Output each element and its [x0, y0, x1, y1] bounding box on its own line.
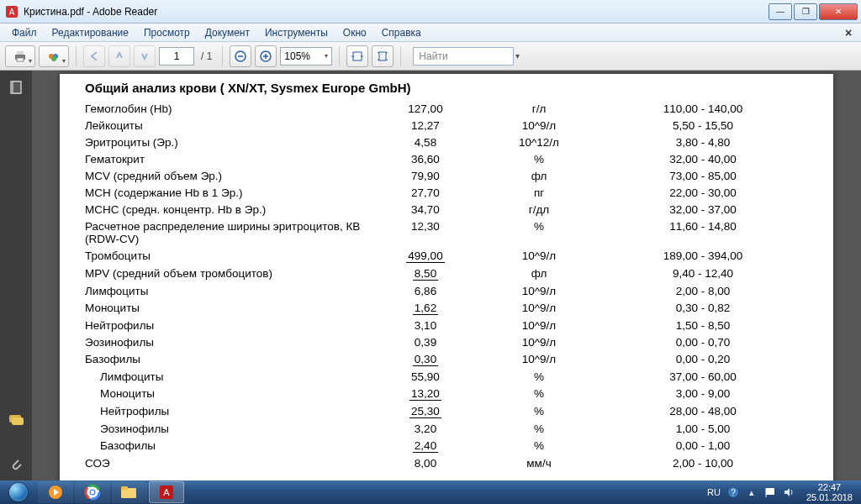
- param-name: Лейкоциты: [85, 117, 371, 134]
- flag-tray-icon[interactable]: [764, 486, 776, 498]
- param-value: 34,70: [371, 201, 480, 218]
- fit-width-button[interactable]: [346, 45, 368, 67]
- param-name: Базофилы: [85, 437, 371, 454]
- param-value: 127,00: [371, 100, 480, 117]
- result-row: Базофилы2,40%0,00 - 1,00: [85, 437, 808, 454]
- clock-date: 25.01.2018: [806, 492, 853, 502]
- zoom-out-button[interactable]: [230, 45, 251, 67]
- toolbar: 1 / 1 105% Найти ▾: [0, 42, 861, 71]
- param-name: MCHC (средн. концентр. Hb в Эр.): [85, 201, 371, 218]
- param-range: 0,30 - 0,82: [598, 299, 808, 317]
- document-viewport[interactable]: Общий анализ крови ( XN/XT, Sysmex Europ…: [32, 71, 861, 485]
- volume-tray-icon[interactable]: [783, 486, 795, 498]
- param-name: Эритроциты (Эр.): [85, 134, 371, 150]
- maximize-button[interactable]: ❐: [794, 3, 817, 20]
- svg-rect-27: [121, 486, 128, 490]
- param-name: Эозинофилы: [85, 333, 371, 350]
- param-value: 6,86: [371, 282, 480, 299]
- close-button[interactable]: ✕: [819, 3, 858, 20]
- menu-файл[interactable]: Файл: [5, 25, 44, 40]
- param-unit: пг: [480, 184, 598, 201]
- start-button[interactable]: [0, 480, 37, 504]
- svg-rect-13: [353, 52, 362, 60]
- first-page-button[interactable]: [83, 45, 105, 67]
- fit-page-button[interactable]: [372, 45, 394, 67]
- param-value: 25,30: [371, 402, 480, 420]
- param-value: 12,30: [371, 218, 480, 247]
- param-range: 11,60 - 14,80: [598, 218, 808, 247]
- param-value: 36,60: [371, 150, 480, 167]
- taskbar-explorer[interactable]: [112, 481, 147, 503]
- windows-taskbar: A RU ? ▴ 22:47 25.01.2018: [0, 480, 861, 504]
- menu-документ[interactable]: Документ: [198, 25, 256, 40]
- clock-time: 22:47: [806, 482, 853, 492]
- param-name: Нейтрофилы: [85, 317, 371, 333]
- taskbar-clock[interactable]: 22:47 25.01.2018: [801, 482, 858, 502]
- result-row: Эозинофилы0,3910^9/л0,00 - 0,70: [85, 333, 808, 350]
- svg-rect-14: [379, 52, 386, 60]
- param-unit: %: [480, 218, 598, 247]
- param-unit: %: [480, 437, 598, 454]
- pages-panel-icon[interactable]: [8, 79, 24, 96]
- param-value: 27,70: [371, 184, 480, 201]
- param-value: 79,90: [371, 167, 480, 184]
- param-range: 1,50 - 8,50: [598, 317, 808, 333]
- help-tray-icon[interactable]: ?: [727, 486, 739, 498]
- nav-sidebar: [0, 71, 32, 485]
- svg-text:A: A: [163, 487, 170, 497]
- page-number-input[interactable]: 1: [159, 47, 194, 66]
- param-name: СОЭ: [85, 454, 371, 471]
- svg-text:A: A: [9, 8, 15, 17]
- prev-page-button[interactable]: [108, 45, 130, 67]
- result-row: Тромбоциты499,0010^9/л189,00 - 394,00: [85, 247, 808, 265]
- language-indicator[interactable]: RU: [707, 487, 721, 497]
- param-unit: 10^9/л: [480, 282, 598, 299]
- param-name: MPV (средний объем тромбоцитов): [85, 265, 371, 282]
- menu-редактирование[interactable]: Редактирование: [45, 25, 135, 40]
- param-value: 2,40: [371, 437, 480, 454]
- next-page-button[interactable]: [134, 45, 156, 67]
- param-range: 0,00 - 0,20: [598, 350, 808, 368]
- param-unit: 10^9/л: [480, 317, 598, 333]
- pdf-page: Общий анализ крови ( XN/XT, Sysmex Europ…: [60, 74, 833, 485]
- result-row: Эритроциты (Эр.)4,5810^12/л3,80 - 4,80: [85, 134, 808, 150]
- param-unit: %: [480, 150, 598, 167]
- menu-справка[interactable]: Справка: [375, 25, 428, 40]
- param-name: Лимфоциты: [85, 282, 371, 299]
- param-range: 5,50 - 15,50: [598, 117, 808, 134]
- param-name: Эозинофилы: [85, 420, 371, 437]
- param-unit: 10^9/л: [480, 117, 598, 134]
- document-close-button[interactable]: ×: [841, 26, 856, 39]
- zoom-select[interactable]: 105%: [280, 47, 332, 66]
- page-total-label: / 1: [198, 50, 215, 62]
- print-button[interactable]: [5, 45, 35, 67]
- system-tray: RU ? ▴ 22:47 25.01.2018: [707, 482, 858, 502]
- menu-инструменты[interactable]: Инструменты: [258, 25, 335, 40]
- menu-окно[interactable]: Окно: [336, 25, 373, 40]
- menu-просмотр[interactable]: Просмотр: [137, 25, 197, 40]
- param-unit: 10^9/л: [480, 350, 598, 368]
- find-input[interactable]: Найти: [413, 47, 514, 66]
- attachments-panel-icon[interactable]: [8, 456, 24, 473]
- svg-text:?: ?: [731, 488, 736, 497]
- results-table: Гемоглобин (Hb)127,00г/л110,00 - 140,00Л…: [85, 100, 808, 471]
- collab-button[interactable]: [39, 45, 69, 67]
- comments-panel-icon[interactable]: [8, 412, 24, 429]
- find-dropdown-icon[interactable]: ▾: [515, 51, 520, 60]
- windows-orb-icon: [9, 483, 28, 501]
- param-name: Тромбоциты: [85, 247, 371, 265]
- param-range: 110,00 - 140,00: [598, 100, 808, 117]
- minimize-button[interactable]: —: [769, 3, 792, 20]
- param-unit: %: [480, 420, 598, 437]
- app-icon: A: [5, 5, 18, 18]
- param-name: MCV (средний объем Эр.): [85, 167, 371, 184]
- tray-chevron-icon[interactable]: ▴: [746, 486, 758, 498]
- taskbar-mediaplayer[interactable]: [38, 481, 73, 503]
- svg-rect-16: [13, 81, 21, 93]
- taskbar-chrome[interactable]: [75, 481, 110, 503]
- menubar: ФайлРедактированиеПросмотрДокументИнстру…: [0, 24, 861, 42]
- param-value: 4,58: [371, 134, 480, 150]
- taskbar-adobe-reader[interactable]: A: [149, 481, 184, 503]
- zoom-in-button[interactable]: [255, 45, 277, 67]
- svg-point-25: [91, 491, 94, 494]
